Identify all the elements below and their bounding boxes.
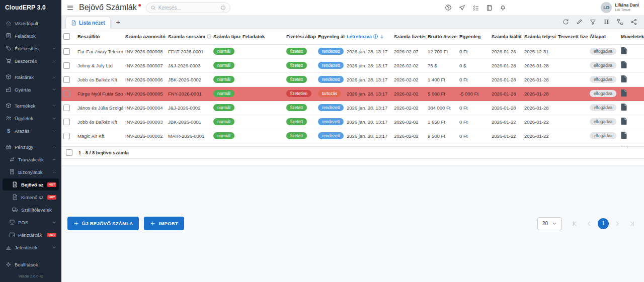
sidebar-item-raktarak[interactable]: Raktárak [3, 71, 59, 83]
sidebar-item-penztarcak[interactable]: PénztárcákHOT [3, 229, 59, 241]
new-invoice-button[interactable]: ÚJ BEJÖVŐ SZÁMLA [67, 217, 139, 230]
sidebar-item-ertekesites[interactable]: Értékesítés [3, 42, 59, 54]
sidebar-item-termekek[interactable]: Termékek [3, 100, 59, 112]
balance_status-badge: rendezett [318, 62, 344, 69]
open-document-button[interactable] [621, 89, 627, 97]
send-button[interactable] [459, 5, 465, 11]
column-header-fulfilled[interactable]: Számla teljesítés [522, 29, 556, 44]
edit-button[interactable] [576, 19, 583, 25]
cell-created: 2026 jan. 28. 13:17 [345, 101, 392, 115]
cell-gross: 12 700 Ft [426, 44, 457, 58]
column-header-due[interactable]: Számla fizetési határidő [392, 29, 426, 44]
menu-icon[interactable] [66, 4, 74, 12]
share-button[interactable] [630, 19, 637, 25]
footer-select-checkbox[interactable] [66, 149, 72, 156]
search-info-icon[interactable] [220, 5, 226, 11]
sidebar-item-beallitasok[interactable]: Beállítások [3, 258, 59, 270]
row-checkbox[interactable] [63, 105, 70, 111]
sidebar-item-gyartas[interactable]: Gyártás [3, 83, 59, 96]
import-button[interactable]: IMPORT [144, 217, 184, 230]
column-header-type[interactable]: Számla típusa [211, 29, 240, 44]
swap-icon [9, 156, 16, 162]
sidebar-item-bejovo-szamlak[interactable]: Bejövő számlákHOT [3, 178, 59, 191]
invoice-row[interactable]: Fürge Nyúl Futár SzolgáINV-2026-000005FN… [61, 86, 644, 101]
column-header-payment_status[interactable]: Fizetési állapot [284, 29, 316, 44]
avatar[interactable]: LD [601, 2, 612, 13]
journal-button[interactable] [486, 5, 493, 11]
add-tab-button[interactable]: + [111, 15, 126, 29]
column-header-status[interactable]: Állapot [588, 29, 619, 44]
sidebar-item-vezerlopult[interactable]: Vezérlőpult [3, 17, 59, 29]
sidebar-item-szallitolevelek[interactable]: Szállítólevelek [3, 204, 59, 216]
first-page-button[interactable] [569, 218, 581, 230]
column-header-invoice_id[interactable]: Számla azonosító [123, 29, 166, 44]
cell-due: 2026-02-02 [392, 101, 426, 115]
workflow-button[interactable] [617, 19, 623, 25]
sidebar-item-kimeno-szamlak[interactable]: Kimenő számlákHOT [3, 191, 59, 203]
checklist-button[interactable] [472, 5, 479, 11]
tab-lista-nezet[interactable]: Lista nézet [65, 17, 111, 29]
row-checkbox[interactable] [63, 48, 70, 55]
sidebar-item-pos[interactable]: POS [3, 216, 59, 228]
sidebar-item-penzugy[interactable]: Pénzügy [3, 141, 59, 153]
open-document-button[interactable] [621, 75, 627, 82]
cell-invoice_no: MAIR-2026-0001 [166, 129, 211, 143]
cell-type: normál [211, 72, 240, 86]
row-checkbox[interactable] [63, 133, 70, 139]
open-document-button[interactable] [621, 118, 627, 125]
column-header-balance_status[interactable]: Egyenleg állapot [316, 29, 345, 44]
filter-button[interactable] [590, 19, 596, 25]
bell-button[interactable] [500, 5, 506, 11]
sidebar-item-tranzakciok[interactable]: Tranzakciók [3, 153, 59, 165]
invoice-table: BeszállítóSzámla azonosítóSzámla sorszám… [61, 29, 644, 146]
sidebar-item-jelentesek[interactable]: Jelentések [3, 241, 59, 253]
column-header-planned[interactable]: Tervezett fizetési [556, 29, 588, 44]
help-button[interactable] [445, 4, 452, 11]
open-document-button[interactable] [621, 61, 627, 68]
chart-icon [5, 244, 12, 250]
column-header-balance[interactable]: Egyenleg [457, 29, 490, 44]
column-header-supplier[interactable]: Beszállító [75, 29, 123, 44]
column-header-issued[interactable]: Számla kiállítás dátuma [490, 29, 522, 44]
sidebar-item-bizonylatok[interactable]: Bizonylatok [3, 166, 59, 178]
previous-page-button[interactable] [583, 218, 595, 230]
invoice-row[interactable]: Johny & July LtdINV-2026-000007J&J-2026-… [61, 58, 644, 72]
invoice-row[interactable]: Far-Far-Away Telecom KINV-2026-000008FFA… [61, 44, 644, 58]
sidebar-item-arazas[interactable]: $Árazás [3, 125, 59, 137]
row-checkbox[interactable] [63, 119, 70, 125]
cell-tasks [240, 115, 284, 129]
invoice-row[interactable]: Magic Air KftINV-2026-000002MAIR-2026-00… [61, 129, 644, 143]
sidebar-item-beszerzes[interactable]: Beszerzés [3, 55, 59, 67]
sidebar-item-feladatok[interactable]: Feladatok [3, 30, 59, 42]
column-header-created[interactable]: Létrehozva [345, 29, 392, 44]
next-page-button[interactable] [611, 218, 623, 230]
column-header-gross[interactable]: Bruttó összesen [426, 29, 457, 44]
open-document-button[interactable] [621, 47, 627, 54]
user-menu[interactable]: LD Liliána Dani Lili Teszt [601, 2, 639, 13]
bottom-gap [61, 159, 644, 165]
cell-balance: 0 Ft [457, 115, 490, 129]
page-size-select[interactable]: 20 [537, 217, 562, 230]
column-header-tasks[interactable]: Feladatok [240, 29, 284, 44]
filter-icon [590, 19, 596, 25]
column-header-actions[interactable]: Műveletek [619, 29, 644, 44]
row-checkbox[interactable] [63, 90, 70, 97]
current-page-button[interactable]: 1 [598, 218, 609, 229]
search-input[interactable] [158, 5, 218, 11]
row-checkbox[interactable] [63, 62, 70, 69]
open-document-button[interactable] [621, 132, 627, 139]
factory-icon [5, 86, 12, 92]
open-document-button[interactable] [621, 104, 627, 111]
sidebar-item-ugyfelek[interactable]: Ügyfelek [3, 112, 59, 124]
column-header-invoice_no[interactable]: Számla sorszám [166, 29, 211, 44]
invoice-row[interactable]: Jobb és Balkéz KftINV-2026-000003JBK-202… [61, 115, 644, 129]
cell-actions [619, 115, 644, 129]
pagination: 20 1 [537, 217, 638, 230]
invoice-row[interactable]: Jobb és Balkéz KftINV-2026-000006JBK-202… [61, 72, 644, 86]
select-all-checkbox[interactable] [63, 33, 70, 40]
row-checkbox[interactable] [63, 76, 70, 83]
invoice-row[interactable]: János és Júlia SzolgáltatINV-2026-000004… [61, 101, 644, 115]
refresh-button[interactable] [562, 19, 569, 25]
last-page-button[interactable] [626, 218, 638, 230]
columns-button[interactable] [603, 19, 610, 25]
